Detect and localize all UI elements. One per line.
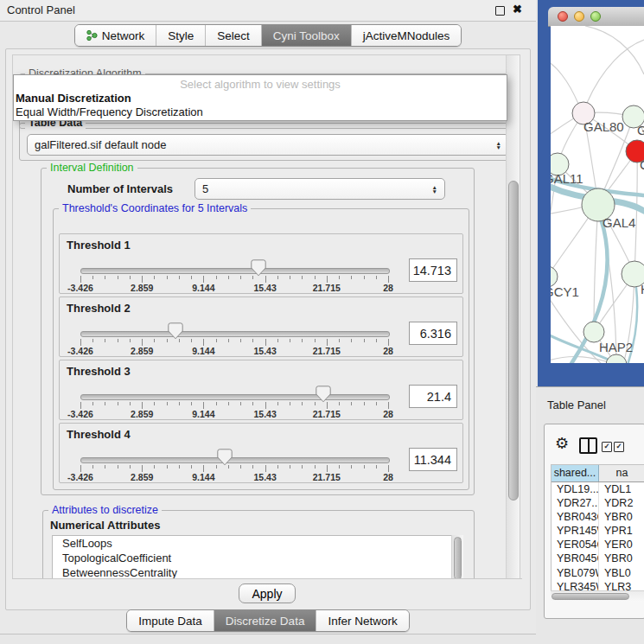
threshold-slider-track[interactable] <box>80 457 390 463</box>
table-data-group: Table Data galFiltered.sif default node … <box>19 123 515 161</box>
tick-label: 2.859 <box>131 472 153 482</box>
table-cell[interactable]: YDL1 <box>599 482 644 496</box>
tab-label: Cyni Toolbox <box>273 29 340 42</box>
table-cell[interactable]: YBR043C <box>552 510 599 524</box>
table-row[interactable]: YBR045CYBR0 <box>552 552 644 565</box>
tab-jactivemnodules[interactable]: jActiveMNodules <box>351 25 462 46</box>
apply-bar: Apply <box>12 578 522 609</box>
network-window-titlebar[interactable] <box>548 7 644 27</box>
attribute-item-topologicalcoefficient[interactable]: TopologicalCoefficient <box>53 551 452 565</box>
threshold-slider-track[interactable] <box>80 331 390 337</box>
float-panel-icon[interactable] <box>495 6 505 16</box>
table-horizontal-scrollbar[interactable] <box>551 590 644 602</box>
tab-cyni-toolbox[interactable]: Cyni Toolbox <box>261 25 351 46</box>
tick-label: -3.426 <box>67 346 93 356</box>
num-intervals-label: Number of Intervals <box>67 182 173 195</box>
threshold-slider-thumb[interactable] <box>316 386 331 403</box>
table-cell[interactable]: YBL079W <box>552 566 599 580</box>
table-cell[interactable]: YPR1 <box>599 524 644 538</box>
table-row[interactable]: YBR043CYBR0 <box>552 510 644 524</box>
slider-tick-labels: -3.4262.8599.14415.4321.71528 <box>80 283 388 293</box>
network-node-8[interactable] <box>606 354 627 363</box>
network-canvas[interactable]: GAL80GACGAL11GAL4GCY1HHAP2 <box>551 26 644 363</box>
table-row[interactable]: YPR145WYPR1 <box>552 524 644 538</box>
slider-tick-labels: -3.4262.8599.14415.4321.71528 <box>80 472 388 482</box>
num-intervals-combobox[interactable]: 5 ▲▼ <box>194 178 445 200</box>
threshold-value-field[interactable]: 6.316 <box>409 322 457 345</box>
threshold-label: Threshold 2 <box>67 302 131 315</box>
table-cell[interactable]: YER0 <box>599 538 644 552</box>
threshold-slider-thumb[interactable] <box>168 322 183 340</box>
table-cell[interactable]: YBL0 <box>599 566 644 580</box>
table-row[interactable]: YDL19...YDL1 <box>552 482 644 496</box>
top-tab-bar: NetworkStyleSelectCyni ToolboxjActiveMNo… <box>0 24 536 47</box>
table-cell[interactable]: YDR2 <box>599 496 644 510</box>
tab-style[interactable]: Style <box>156 25 205 46</box>
tick-label: 9.144 <box>192 472 214 482</box>
bottom-tab-impute-data[interactable]: Impute Data <box>127 610 214 631</box>
table-cell[interactable]: YLR3 <box>599 580 644 591</box>
table-cell[interactable]: YDR27... <box>552 496 599 510</box>
table-cell[interactable]: YBR0 <box>599 510 644 524</box>
table-header-row: shared...na <box>552 465 644 482</box>
threshold-value-field[interactable]: 21.4 <box>409 385 457 408</box>
threshold-panel-1: Threshold 1-3.4262.8599.14415.4321.71528… <box>59 233 463 294</box>
columns-icon[interactable] <box>579 437 597 454</box>
column-header-1[interactable]: na <box>599 465 644 481</box>
threshold-slider-thumb[interactable] <box>217 449 233 466</box>
threshold-value-field[interactable]: 14.713 <box>409 258 457 282</box>
zoom-window-icon[interactable] <box>590 11 601 22</box>
slider-tick-labels: -3.4262.8599.14415.4321.71528 <box>80 409 388 419</box>
tab-label: Style <box>168 29 194 42</box>
table-cell[interactable]: YBR0 <box>599 552 644 565</box>
table-cell[interactable]: YPR145W <box>552 524 599 538</box>
column-header-0[interactable]: shared... <box>552 465 599 481</box>
close-panel-icon[interactable]: ✖ <box>513 3 522 16</box>
checkbox-icon[interactable]: ✓ <box>602 442 612 452</box>
algorithm-option-manual[interactable]: Manual Discretization <box>16 92 131 105</box>
tick-label: 15.43 <box>253 409 276 419</box>
threshold-slider-track[interactable] <box>80 394 390 400</box>
bottom-tab-infer-network[interactable]: Infer Network <box>316 610 408 631</box>
tab-network[interactable]: Network <box>75 25 156 46</box>
node-label: HAP2 <box>599 340 633 354</box>
tab-select[interactable]: Select <box>205 25 261 46</box>
algorithm-option-equal-width[interactable]: Equal Width/Frequency Discretization <box>16 105 203 118</box>
table-cell[interactable]: YER054C <box>552 538 599 552</box>
attribute-item-selfloops[interactable]: SelfLoops <box>53 536 452 551</box>
scroll-viewport: Discretization Algorithm ▲▼ Select algor… <box>12 54 520 580</box>
bottom-tab-discretize-data[interactable]: Discretize Data <box>214 610 316 631</box>
table-data-combobox[interactable]: galFiltered.sif default node ▲▼ <box>27 134 509 156</box>
threshold-slider-track[interactable] <box>80 268 390 274</box>
apply-button[interactable]: Apply <box>239 583 296 603</box>
scrollbar-thumb[interactable] <box>454 537 462 580</box>
table-row[interactable]: YER054CYER0 <box>552 538 644 552</box>
tab-label: Select <box>217 29 250 42</box>
table-row[interactable]: YLR345WYLR3 <box>552 580 644 591</box>
scrollbar-thumb[interactable] <box>508 181 519 501</box>
close-window-icon[interactable] <box>558 11 568 22</box>
node-table[interactable]: shared...naYDL19...YDL1YDR27...YDR2YBR04… <box>551 464 644 591</box>
numerical-attributes-list[interactable]: SelfLoopsTopologicalCoefficientBetweenne… <box>52 535 453 580</box>
table-row[interactable]: YDR27...YDR2 <box>552 496 644 510</box>
threshold-value-field[interactable]: 11.344 <box>409 448 457 471</box>
bottom-strip <box>0 634 536 644</box>
panel-vertical-scrollbar[interactable] <box>506 55 520 579</box>
stepper-icon: ▲▼ <box>491 141 501 150</box>
table-cell[interactable]: YBR045C <box>552 552 599 565</box>
checkbox-icon[interactable]: ✓ <box>614 442 624 452</box>
panel-title: Control Panel <box>7 3 75 16</box>
attributes-group-title: Attributes to discretize <box>48 504 162 516</box>
gear-icon[interactable]: ⚙ <box>555 436 569 451</box>
control-panel-titlebar: Control Panel ✖ <box>0 0 536 22</box>
table-cell[interactable]: YDL19... <box>552 482 599 496</box>
table-row[interactable]: YBL079WYBL0 <box>552 566 644 580</box>
attributes-list-scrollbar[interactable] <box>451 535 463 580</box>
minimize-window-icon[interactable] <box>574 11 584 22</box>
threshold-label: Threshold 3 <box>67 365 131 378</box>
threshold-slider-thumb[interactable] <box>251 259 266 277</box>
tick-label: 2.859 <box>131 283 153 293</box>
node-label: H <box>641 282 644 296</box>
table-cell[interactable]: YLR345W <box>552 580 599 591</box>
scrollbar-thumb[interactable] <box>552 593 629 600</box>
